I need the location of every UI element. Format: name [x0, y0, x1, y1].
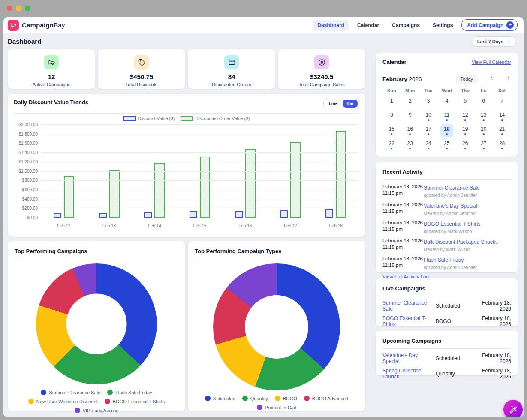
line-toggle-button[interactable]: Line [325, 100, 342, 108]
calendar-day-12[interactable]: 12 [459, 110, 472, 123]
event-dot [409, 105, 411, 107]
calendar-cell: 26 [456, 139, 474, 153]
legend-dot [28, 399, 34, 404]
today-button[interactable]: Today [456, 74, 478, 84]
daily-discount-trends-card: Daily Discount Value Trends Line Bar Dis… [8, 94, 365, 237]
nav-tab-campaigns[interactable]: Campaigns [388, 20, 424, 31]
calendar-day-23[interactable]: 23 [404, 139, 416, 151]
legend-dot [304, 396, 310, 401]
campaign-link[interactable]: Summer Clearance Sale [382, 300, 436, 312]
live-campaigns-card: Live Campaigns Summer Clearance Sale Sch… [376, 278, 518, 326]
event-dot [464, 133, 466, 135]
add-campaign-button[interactable]: Add Campaign + [461, 19, 518, 31]
campaign-link[interactable]: Spring Collection Launch [382, 368, 436, 380]
campaign-row: BOGO Essential T-Shirts BOGO February 18… [382, 315, 511, 327]
activity-campaign-link[interactable]: Valentine's Day Special [424, 203, 477, 209]
calendar-cell: 18 [438, 124, 456, 139]
circle-dollar-icon [314, 55, 329, 69]
legend-dot [242, 396, 248, 401]
stat-label: Discounted Orders [212, 82, 251, 87]
calendar-day-8[interactable]: 8 [385, 110, 398, 123]
calendar-day-24[interactable]: 24 [422, 139, 435, 151]
nav-tab-settings[interactable]: Settings [428, 20, 457, 31]
event-dot [391, 148, 392, 149]
calendar-day-9[interactable]: 9 [404, 110, 416, 123]
gridline [41, 208, 358, 208]
calendar-day-19[interactable]: 19 [459, 124, 472, 137]
campaign-link[interactable]: BOGO Essential T-Shirts [382, 315, 436, 327]
calendar-cell: 7 [493, 96, 511, 110]
calendar-day-4[interactable]: 4 [440, 96, 453, 109]
calendar-day-6[interactable]: 6 [477, 96, 490, 109]
maximize-window-icon[interactable] [25, 6, 30, 11]
recent-activity-card: Recent Activity February 18, 202611:15 p… [376, 162, 518, 272]
calendar-day-25[interactable]: 25 [440, 139, 453, 151]
weekday-label: Thu [456, 88, 474, 96]
day-number: 21 [499, 127, 505, 132]
campaign-type: Scheduled [436, 355, 470, 361]
calendar-day-27[interactable]: 27 [477, 139, 490, 151]
minimize-window-icon[interactable] [16, 6, 21, 11]
view-full-calendar-link[interactable]: View Full Calendar [472, 60, 511, 65]
activity-meta: updated by Admin Jennifer [424, 265, 511, 270]
chevron-right-icon [506, 76, 511, 81]
y-axis-tick-label: $1,400.00 [14, 150, 38, 155]
campaign-date: February 18, 2026 [470, 352, 511, 364]
day-number: 14 [499, 112, 505, 118]
calendar-day-21[interactable]: 21 [496, 124, 509, 137]
calendar-day-5[interactable]: 5 [459, 96, 472, 109]
calendar-day-2[interactable]: 2 [404, 96, 416, 109]
calendar-day-15[interactable]: 15 [385, 124, 398, 137]
legend-item: Summer Clearance Sale [41, 390, 100, 395]
ai-assistant-fab[interactable] [503, 400, 523, 417]
calendar-cell: 19 [456, 124, 474, 139]
activity-campaign-link[interactable]: Flash Sale Friday [424, 257, 464, 263]
activity-campaign-link[interactable]: Bulk Discount Packaged Snacks [424, 239, 498, 245]
activity-item: February 18, 202611:15 pm Bulk Discount … [382, 238, 511, 252]
calendar-day-28[interactable]: 28 [496, 139, 509, 151]
stat-card-total-discounts: $450.75 Total Discounts [98, 49, 185, 89]
brand-logo[interactable]: CampaignBay [8, 20, 65, 31]
brand-name: CampaignBay [22, 21, 65, 29]
legend-dot [205, 396, 211, 401]
calendar-day-20[interactable]: 20 [477, 124, 490, 137]
calendar-day-22[interactable]: 22 [385, 139, 398, 151]
calendar-day-16[interactable]: 16 [404, 124, 416, 137]
campaign-link[interactable]: Valentine's Day Special [382, 352, 436, 364]
calendar-day-7[interactable]: 7 [496, 96, 509, 109]
calendar-day-14[interactable]: 14 [496, 110, 509, 123]
event-dot [464, 119, 466, 121]
activity-campaign-link[interactable]: BOGO Essential T-Shirts [424, 221, 481, 227]
calendar-day-17[interactable]: 17 [422, 124, 435, 137]
calendar-day-10[interactable]: 10 [422, 110, 435, 123]
calendar-cell: 20 [474, 124, 493, 139]
nav-tab-dashboard[interactable]: Dashboard [313, 20, 349, 31]
stat-label: Total Discounts [126, 82, 158, 87]
event-dot [446, 133, 448, 135]
nav-tab-calendar[interactable]: Calendar [353, 20, 383, 31]
bar-toggle-button[interactable]: Bar [343, 100, 358, 108]
donut-legend: Summer Clearance SaleFlash Sale FridayNe… [15, 390, 178, 413]
calendar-day-18[interactable]: 18 [440, 124, 453, 137]
donut-hole [66, 294, 127, 354]
calendar-cell: 11 [438, 110, 456, 124]
y-axis-tick-label: $400.00 [14, 196, 38, 201]
donut-chart-title: Top Performing Campaign Types [195, 248, 281, 254]
gridline [41, 162, 358, 162]
activity-campaign-link[interactable]: Summer Clearance Sale [424, 185, 480, 191]
date-range-dropdown[interactable]: Last 7 Days [472, 36, 516, 47]
calendar-day-3[interactable]: 3 [422, 96, 435, 109]
day-number: 18 [444, 127, 449, 132]
previous-month-button[interactable] [478, 76, 494, 82]
calendar-day-11[interactable]: 11 [440, 110, 453, 123]
x-axis-tick-label: Feb 13 [87, 224, 132, 228]
calendar-cell: 13 [474, 110, 493, 124]
next-month-button[interactable] [494, 76, 511, 82]
close-window-icon[interactable] [7, 6, 12, 11]
day-number: 13 [481, 112, 486, 118]
calendar-day-1[interactable]: 1 [385, 96, 398, 109]
calendar-day-26[interactable]: 26 [459, 139, 472, 151]
calendar-day-13[interactable]: 13 [477, 110, 490, 123]
activity-timestamp: February 18, 202611:15 pm [382, 202, 424, 216]
calendar-cell: 14 [493, 110, 511, 124]
